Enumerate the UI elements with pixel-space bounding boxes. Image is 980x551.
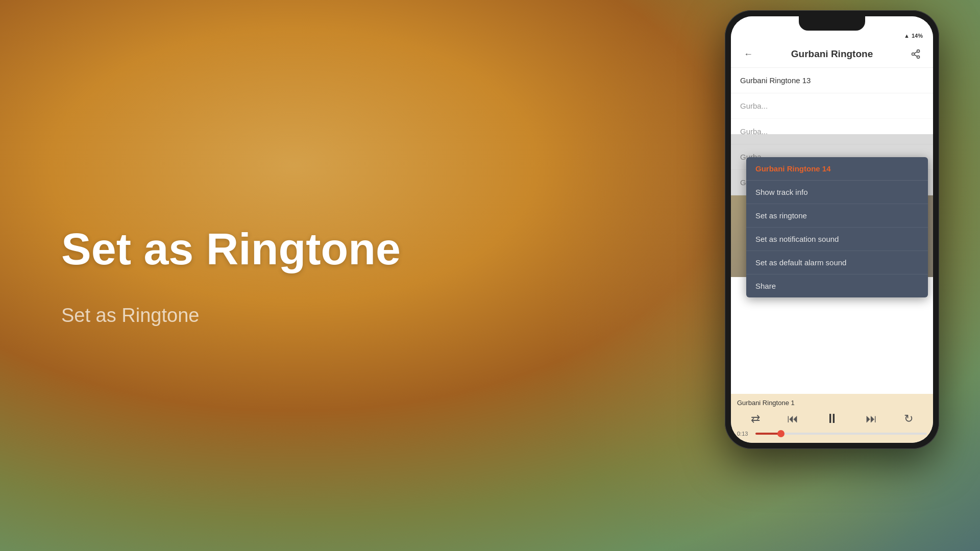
phone-mockup: ▲ 14% ← Gurbani Ringtone xyxy=(725,10,939,449)
progress-bar[interactable] xyxy=(755,433,927,435)
context-menu-share[interactable]: Share xyxy=(746,274,928,297)
context-menu-set-alarm[interactable]: Set as default alarm sound xyxy=(746,251,928,274)
phone-notch xyxy=(799,16,865,31)
svg-line-3 xyxy=(914,55,917,56)
progress-thumb[interactable] xyxy=(777,430,785,437)
left-content-area: Set as Ringtone Set as Ringtone xyxy=(61,224,401,327)
status-right: ▲ 14% xyxy=(904,33,923,39)
pause-button[interactable]: ⏸ xyxy=(825,411,839,427)
context-menu-title: Gurbani Ringtone 14 xyxy=(746,157,928,181)
phone-outer-frame: ▲ 14% ← Gurbani Ringtone xyxy=(725,10,939,449)
sub-heading: Set as Ringtone xyxy=(61,305,401,327)
repeat-button[interactable]: ↻ xyxy=(904,412,913,425)
context-menu-set-ringtone[interactable]: Set as ringtone xyxy=(746,204,928,228)
main-heading: Set as Ringtone xyxy=(61,224,401,274)
app-header: ← Gurbani Ringtone xyxy=(731,41,933,68)
track-item-2[interactable]: Gurba... xyxy=(731,93,933,119)
shuffle-button[interactable]: ⇄ xyxy=(751,412,760,425)
svg-point-1 xyxy=(912,53,915,56)
context-menu: Gurbani Ringtone 14 Show track info Set … xyxy=(746,157,928,297)
back-button[interactable]: ← xyxy=(740,46,756,62)
bottom-player: Gurbani Ringtone 1 ⇄ ⏮ ⏸ ⏭ ↻ 0:13 xyxy=(731,394,933,443)
share-button[interactable] xyxy=(908,46,924,62)
signal-icon: ▲ xyxy=(904,33,910,39)
context-menu-show-track-info[interactable]: Show track info xyxy=(746,181,928,204)
track-item-1[interactable]: Gurbani Ringtone 13 xyxy=(731,68,933,93)
player-controls: ⇄ ⏮ ⏸ ⏭ ↻ xyxy=(737,411,927,427)
next-button[interactable]: ⏭ xyxy=(866,412,877,425)
phone-screen: ▲ 14% ← Gurbani Ringtone xyxy=(731,16,933,443)
context-menu-set-notification[interactable]: Set as notification sound xyxy=(746,228,928,251)
prev-button[interactable]: ⏮ xyxy=(787,412,798,425)
progress-area: 0:13 xyxy=(737,431,927,437)
player-track-name: Gurbani Ringtone 1 xyxy=(737,399,927,407)
battery-level: 14% xyxy=(912,33,923,39)
svg-point-2 xyxy=(917,56,920,58)
svg-point-0 xyxy=(917,50,920,53)
current-time: 0:13 xyxy=(737,431,751,437)
svg-line-4 xyxy=(914,52,917,53)
app-title: Gurbani Ringtone xyxy=(756,48,908,60)
